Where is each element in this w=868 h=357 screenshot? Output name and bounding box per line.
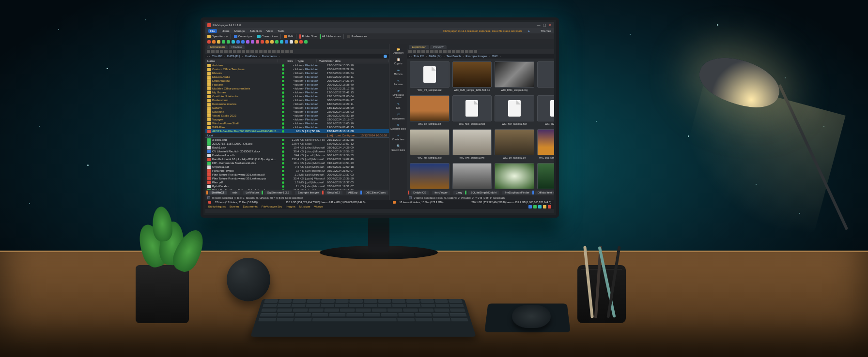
thumbnail[interactable]: WIC_nrw_sample1.nrw (452, 129, 492, 160)
file-row[interactable]: Organika.pdf 7.4 KB [.pdf] Microsoft E… … (205, 165, 389, 169)
bm-icon[interactable] (212, 40, 216, 44)
tray-icon[interactable] (533, 205, 537, 208)
bm-icon[interactable] (285, 40, 288, 44)
path-tab[interactable]: SqlSimman-1.2.2 (264, 191, 292, 194)
bm-icon[interactable] (217, 40, 220, 44)
tab-preview[interactable]: Preview (229, 45, 245, 49)
tb-icon[interactable] (290, 50, 293, 53)
tb-icon[interactable] (285, 50, 289, 53)
tb-icon[interactable] (242, 50, 245, 53)
tb-icon[interactable] (268, 50, 271, 53)
tb-icon[interactable] (456, 50, 460, 53)
col-name[interactable]: Name (205, 60, 278, 62)
folder-row[interactable]: Soukaina <folder> File folder 22/06/2024… (205, 110, 389, 114)
crumb[interactable]: OneDrive (245, 55, 257, 58)
tb-icon[interactable] (430, 50, 434, 53)
path-tab[interactable]: SQLiteSimpleDelphi (468, 191, 499, 194)
titlebar[interactable]: FileVoyager 24.11.1.0 — ▢ ✕ (205, 22, 554, 28)
mid-action[interactable]: ⧉ Duplicate pane (390, 122, 406, 131)
bm-icon[interactable] (251, 40, 254, 44)
file-row[interactable]: Plan Toiture Rue du wand 33 Laeken.pdf 1… (205, 173, 389, 177)
thumbnail[interactable]: WIC_pcd_sample_128b-853.pcd (537, 129, 554, 160)
menubar[interactable]: File Home Manage Selection View Tools Fi… (205, 28, 554, 33)
mid-action[interactable]: ＋ Create item (392, 133, 404, 141)
path-tab[interactable]: Delphi CE (411, 191, 429, 194)
quicklink[interactable]: Bibliothèques (208, 205, 226, 208)
folder-row[interactable]: Softarre <folder> File folder 18/11/2022… (205, 106, 389, 110)
tb-icon[interactable] (474, 50, 477, 53)
ribbon-open[interactable]: Open item▾ (207, 35, 228, 38)
path-tab[interactable]: BinWin32 (325, 191, 342, 194)
folder-row[interactable]: Résidence Etienne <folder> File folder 1… (205, 102, 389, 106)
tray-icon[interactable] (543, 205, 546, 208)
tb-icon[interactable] (281, 50, 284, 53)
file-row[interactable]: Personnel (Web) 177 B [.url] Internet Sh… (205, 169, 389, 173)
tb-icon[interactable] (439, 50, 442, 53)
mid-action[interactable]: ⇄ Invert panes (392, 112, 404, 120)
tb-icon[interactable] (408, 50, 412, 53)
left-toolbar[interactable] (205, 49, 389, 54)
tb-icon[interactable] (443, 50, 447, 53)
menu-home[interactable]: Home (222, 30, 230, 32)
tb-icon[interactable] (216, 50, 219, 53)
thumbnail[interactable]: WIC_heif_sample1.heif (495, 95, 534, 126)
ribbon-current-item[interactable]: Current item (257, 35, 278, 38)
tb-icon[interactable] (237, 50, 241, 53)
thumbnail[interactable]: WIC_jp2_sample1.jp2 (537, 95, 554, 126)
crumb[interactable]: This PC (212, 55, 222, 58)
bm-icon[interactable] (294, 40, 298, 44)
folder-row[interactable]: Modèles Office personnalisés <folder> Fi… (205, 87, 389, 90)
mid-action[interactable]: ✎ Rename (394, 77, 403, 86)
folder-row[interactable]: Embarcadero <folder> File folder 20/05/2… (205, 79, 389, 83)
mid-action[interactable]: 👁 Embedded viewer (389, 88, 407, 99)
thumbnail-grid[interactable]: WIC_cr2_sample1.cr2 WIC_CUR_sample_128b-… (407, 59, 554, 190)
tb-icon[interactable] (417, 50, 420, 53)
maximize-button[interactable]: ▢ (542, 23, 546, 27)
tb-icon[interactable] (421, 50, 425, 53)
tb-icon[interactable] (207, 50, 210, 53)
path-tab[interactable]: LeftFolder (243, 191, 261, 194)
column-headers[interactable]: Name Size Type Modification date (205, 59, 389, 63)
path-tab[interactable]: Official test images (535, 191, 554, 194)
bm-icon[interactable] (280, 40, 283, 44)
mid-action[interactable]: ➡ Move to (394, 67, 403, 76)
tb-icon[interactable] (426, 50, 429, 53)
file-row[interactable]: CV Libertelli Rachid - 20150627.docx 38.… (205, 149, 389, 153)
file-row[interactable]: FIP - Commande Mediamarkt.xlsx 10.1 KB [… (205, 161, 389, 165)
folder-row[interactable]: OneNote Notebooks <folder> File folder 2… (205, 94, 389, 98)
ribbon-all-sizes[interactable]: All folder sizes (320, 34, 341, 39)
crumb[interactable]: WIC (492, 55, 498, 58)
thumbnail[interactable]: WIC_pef_sample1.pef (452, 163, 492, 190)
quicklink[interactable]: Musique (299, 205, 310, 208)
ribbon-edit[interactable]: Edit (284, 35, 293, 38)
folder-row[interactable]: Ebooks <folder> File folder 17/05/2024 1… (205, 71, 389, 75)
folder-row[interactable]: WPA Files <folder> File folder 19/05/202… (205, 125, 389, 129)
quicklink[interactable]: Bureau (230, 205, 239, 208)
folder-row[interactable]: Professional <folder> File folder 08/06/… (205, 98, 389, 102)
path-tab[interactable]: DECBaseClass (363, 191, 388, 194)
tray-icon[interactable] (528, 205, 532, 208)
thumbnail[interactable]: WIC_erf_sample1.erf (410, 95, 449, 126)
thumbnail[interactable]: WIC_CUR_sample_128b-833.cur (452, 61, 492, 92)
thumbnail[interactable]: WIC_orf_sample1.orf (495, 129, 534, 160)
tb-icon[interactable] (229, 50, 232, 53)
ribbon-folder-size[interactable]: Folder Size (299, 34, 316, 39)
file-row[interactable]: Famille Liberté 10 jul - 24 jul2021(1918… (205, 157, 389, 161)
tb-icon[interactable] (246, 50, 249, 53)
path-tab[interactable]: Example Images (295, 191, 322, 194)
file-list[interactable]: Archives <folder> File folder 22/06/2024… (205, 63, 389, 190)
right-tabs[interactable]: Exploration Preview (407, 44, 554, 49)
path-tab[interactable]: Lang (453, 191, 465, 194)
tray-icon[interactable] (548, 205, 551, 208)
path-tab[interactable]: wds (230, 191, 240, 194)
path-tab[interactable]: BinWin32 (209, 191, 227, 194)
quicklink[interactable]: Vidéos (314, 205, 323, 208)
breadcrumb[interactable]: ‹ › This PC› DATA (D:)› OneDrive› Docume… (205, 54, 389, 59)
quicklink[interactable]: Images (286, 205, 295, 208)
menu-tools[interactable]: Tools (278, 30, 284, 32)
crumb[interactable]: Documents (262, 55, 277, 58)
close-button[interactable]: ✕ (548, 23, 552, 27)
folder-row[interactable]: Archives <folder> File folder 22/06/2024… (205, 63, 389, 67)
checkbox-icon[interactable] (207, 196, 210, 199)
file-row[interactable]: Book1.xlsx 10.4 KB [.xlsx] Microsoft E… … (205, 146, 389, 149)
